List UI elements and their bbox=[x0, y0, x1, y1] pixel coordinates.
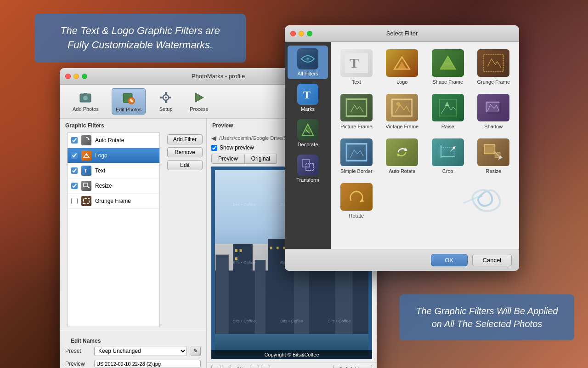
filter-grid-shadow[interactable]: Shadow bbox=[474, 92, 514, 131]
process-icon bbox=[192, 90, 206, 105]
filter-checkbox-auto-rotate[interactable] bbox=[71, 137, 78, 144]
process-label: Process bbox=[190, 106, 208, 112]
show-preview-label: Show preview bbox=[220, 144, 254, 151]
svg-rect-10 bbox=[160, 97, 163, 98]
zoom-controls: + − bbox=[250, 365, 270, 368]
left-panel-main: Auto Rotate Logo bbox=[60, 131, 206, 329]
filter-grid-logo[interactable]: Logo bbox=[382, 47, 423, 86]
filter-grid-shape-frame[interactable]: Shape Frame bbox=[428, 47, 468, 86]
dialog-body: All Filters T Marks bbox=[285, 42, 519, 249]
switch-view-button[interactable]: Switch View bbox=[333, 365, 372, 368]
zoom-button[interactable] bbox=[82, 74, 87, 79]
fit-to-window-button[interactable]: ⤢ bbox=[211, 365, 220, 368]
zoom-out-button[interactable]: − bbox=[261, 365, 270, 368]
dialog-minimize-button[interactable] bbox=[299, 31, 304, 36]
svg-marker-12 bbox=[195, 93, 204, 102]
picture-frame-icon bbox=[340, 94, 373, 121]
shadow-icon bbox=[477, 94, 509, 121]
all-filters-label: All Filters bbox=[297, 71, 318, 76]
remove-filter-button[interactable]: Remove bbox=[167, 147, 203, 157]
fit-actual-size-button[interactable]: ⤡ bbox=[222, 365, 231, 368]
raise-icon bbox=[432, 94, 464, 121]
sidebar-item-decorate[interactable]: Decorate bbox=[288, 116, 328, 150]
path-back-button[interactable]: ◀ bbox=[211, 134, 216, 142]
dialog-grid-area: T Text Logo bbox=[331, 42, 519, 249]
transform-label: Transform bbox=[296, 177, 319, 183]
add-filter-button[interactable]: Add Filter bbox=[167, 134, 203, 144]
toolbar-add-photos[interactable]: Add Photos bbox=[69, 88, 102, 115]
vintage-frame-label: Vintage Frame bbox=[385, 124, 418, 129]
svg-rect-47 bbox=[346, 144, 366, 161]
filter-grid-auto-rotate[interactable]: Auto Rotate bbox=[382, 137, 423, 176]
grunge-frame-icon bbox=[477, 49, 509, 77]
dialog-titlebar: Select Filter bbox=[285, 25, 519, 42]
filter-checkbox-resize[interactable] bbox=[71, 183, 78, 189]
graphic-filters-title: Graphic Filters bbox=[60, 119, 206, 131]
app-title: PhotoMarks - profile bbox=[192, 73, 245, 80]
filter-label-grunge: Grunge Frame bbox=[95, 198, 131, 204]
filter-grid-raise[interactable]: Raise bbox=[428, 92, 468, 131]
minimize-button[interactable] bbox=[74, 74, 79, 79]
show-preview-checkbox[interactable] bbox=[211, 145, 217, 151]
svg-text:T: T bbox=[350, 55, 359, 70]
toolbar-edit-photos[interactable]: ✎ Edit Photos bbox=[112, 88, 146, 115]
filter-item-auto-rotate[interactable]: Auto Rotate bbox=[68, 133, 159, 148]
filter-grid-simple-border[interactable]: Simple Border bbox=[336, 137, 377, 176]
filter-list-wrap: Auto Rotate Logo bbox=[62, 132, 164, 327]
filter-item-logo[interactable]: Logo bbox=[68, 148, 159, 163]
svg-marker-57 bbox=[359, 198, 364, 202]
sidebar-item-marks[interactable]: T Marks bbox=[288, 81, 328, 115]
filter-grid-grunge-frame[interactable]: Grunge Frame bbox=[474, 47, 514, 86]
transform-icon bbox=[297, 155, 318, 176]
tab-original[interactable]: Original bbox=[245, 154, 277, 164]
logo-filter-label: Logo bbox=[396, 79, 407, 85]
info-box-bottom: The Graphic Filters Will Be Applied on A… bbox=[400, 294, 574, 340]
edit-photos-label: Edit Photos bbox=[116, 107, 141, 112]
filter-checkbox-grunge[interactable] bbox=[71, 198, 78, 204]
svg-point-7 bbox=[165, 97, 167, 98]
filter-grid-text[interactable]: T Text bbox=[336, 47, 377, 86]
preset-edit-button[interactable]: ✎ bbox=[191, 346, 201, 356]
dialog-zoom-button[interactable] bbox=[307, 31, 312, 36]
shape-frame-label: Shape Frame bbox=[432, 79, 463, 85]
filter-grid-crop[interactable]: Crop bbox=[428, 137, 468, 176]
filter-grid-rotate[interactable]: Rotate bbox=[336, 181, 377, 220]
filter-grid-resize[interactable]: Resize bbox=[474, 137, 514, 176]
preview-filename-input[interactable] bbox=[94, 360, 201, 368]
svg-text:T: T bbox=[303, 89, 311, 101]
filter-grid-vintage-frame[interactable]: Vintage Frame bbox=[382, 92, 423, 131]
dialog-close-button[interactable] bbox=[290, 31, 296, 36]
filter-item-resize[interactable]: Resize bbox=[68, 178, 159, 194]
filter-icon-resize bbox=[81, 181, 91, 191]
edit-photos-icon: ✎ bbox=[121, 91, 136, 105]
dialog-ok-button[interactable]: OK bbox=[431, 254, 468, 266]
info-text-bottom: The Graphic Filters Will Be Applied on A… bbox=[413, 305, 561, 330]
filter-checkbox-logo[interactable] bbox=[71, 152, 78, 159]
dialog-cancel-button[interactable]: Cancel bbox=[472, 254, 512, 266]
svg-rect-11 bbox=[169, 97, 171, 98]
filter-item-grunge-frame[interactable]: Grunge Frame bbox=[68, 194, 159, 209]
vintage-frame-icon bbox=[386, 94, 418, 121]
toolbar-setup[interactable]: Setup bbox=[155, 88, 177, 115]
sidebar-item-all-filters[interactable]: All Filters bbox=[288, 46, 328, 79]
edit-names-section: Edit Names Preset Keep Unchanged ✎ Previ… bbox=[60, 329, 206, 368]
filter-checkbox-text[interactable] bbox=[71, 167, 78, 174]
setup-icon bbox=[158, 90, 173, 105]
svg-rect-8 bbox=[165, 92, 167, 94]
tab-preview[interactable]: Preview bbox=[211, 154, 245, 164]
preset-select[interactable]: Keep Unchanged bbox=[94, 346, 187, 356]
toolbar-process[interactable]: Process bbox=[186, 88, 212, 115]
zoom-in-button[interactable]: + bbox=[250, 365, 259, 368]
close-button[interactable] bbox=[65, 74, 71, 79]
filter-item-text[interactable]: T Text bbox=[68, 163, 159, 178]
sidebar-item-transform[interactable]: Transform bbox=[288, 152, 328, 185]
rotate-label: Rotate bbox=[349, 213, 364, 218]
dialog-traffic-lights bbox=[290, 31, 312, 36]
info-box-top: The Text & Logo Graphic Filters are Full… bbox=[34, 14, 246, 63]
filter-grid-picture-frame[interactable]: Picture Frame bbox=[336, 92, 377, 131]
preset-row: Preset Keep Unchanged ✎ bbox=[65, 346, 201, 356]
decorate-label: Decorate bbox=[298, 142, 318, 147]
edit-filter-button[interactable]: Edit bbox=[167, 160, 203, 170]
filter-action-buttons: Add Filter Remove Edit bbox=[167, 132, 206, 327]
decorate-icon bbox=[297, 119, 318, 140]
